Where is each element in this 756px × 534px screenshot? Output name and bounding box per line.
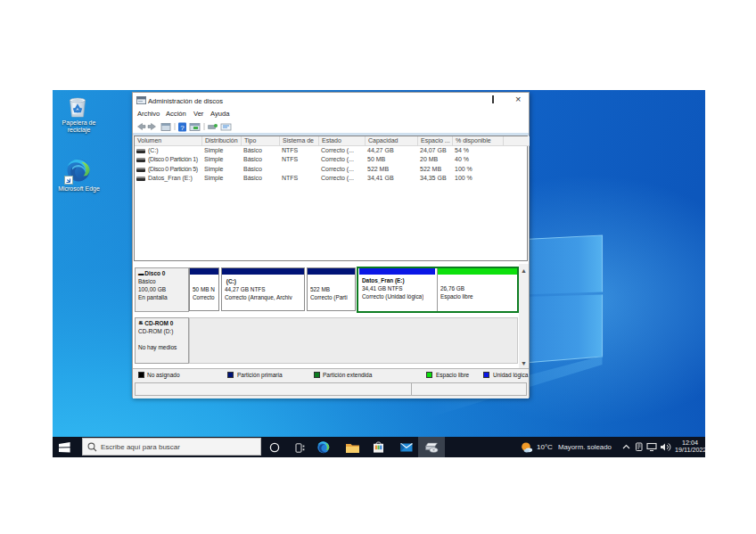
svg-text:?: ?: [180, 124, 185, 132]
